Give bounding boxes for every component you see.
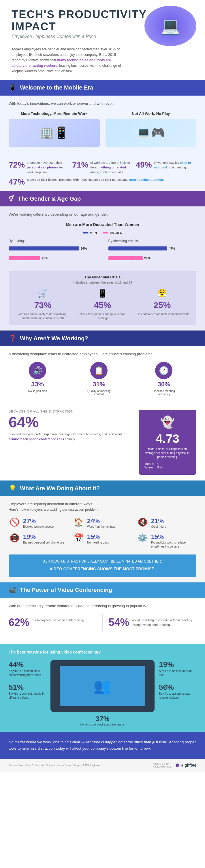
distraction-left: BECAUSE OF ALL THE DISTRACTION, 64% of o… [9,410,133,475]
created-by-label: CREATED BY [153,762,170,765]
reason-51-label: Say it's to connect people in different … [9,692,46,700]
noise-icon-wrap: 🔊 [29,362,46,379]
doing-27-percent: 27% [23,517,54,525]
circle-noise: 🔊 33% Noise pollution [28,362,47,396]
section-header-why: ❓ Why Aren't We Working? [0,331,205,346]
millennial-45-percent: 45% [94,300,111,310]
legend-women-dot [103,232,108,234]
meeting-freq-percent: 30% [157,381,170,388]
no-play-col: Not All Work, No Play 💻🎮 [105,112,197,150]
doing-15a-percent: 15% [87,533,109,541]
laptop-screen: 👥 [60,666,146,706]
noise-desc: Noise pollution [28,390,47,393]
millennial-title: The Millennial Crisis [15,275,190,279]
legend-women: WOMEN [103,231,122,235]
doing-banner: ALTHOUGH DISTRACTION LIKELY CAN'T BE ELI… [9,555,196,577]
millennial-73-desc: are as or more likely to do something un… [15,312,71,320]
texting-women-bar: 25% [9,255,97,261]
email-men-fill [108,246,168,250]
doing-banner-pre: ALTHOUGH DISTRACTION LIKELY CAN'T BE ELI… [43,559,162,563]
mobile-era-section: With today's innovations, we can work wh… [0,96,205,156]
doing-15b-details: 15% Productivity tools to reduce email/m… [151,533,196,549]
reason-44-percent: 44% [9,660,46,669]
snapchat-men: Men: 5.18 Women: 3.70 [145,462,190,469]
dots-divider: · · · · [9,400,196,407]
texting-women-value: 25% [42,256,48,260]
video-54-desc: would be willing to conduct a team meeti… [132,616,196,627]
home-work-icon: 🏠 [73,517,84,527]
lightbulb-icon: 💡 [9,485,17,492]
gender-intro: We're working differently depending on o… [9,212,196,217]
why-title: Why Aren't We Working? [20,335,88,342]
video-62-desc: of employees use video conferencing. [32,616,85,623]
doing-27-desc: Blocked website access [23,525,54,529]
video-stats-row: 62% of employees use video conferencing.… [9,614,196,631]
question-icon: ❓ [9,335,17,342]
millennial-25-percent: 25% [153,300,171,310]
reasons-left: 44% Say it's to accommodate those workin… [9,660,46,726]
doing-24-desc: Work-from-home days [87,525,116,529]
highfive-logo-dot [176,764,179,767]
meeting-content-icon: 📋 [94,366,104,375]
doing-27: 🚫 27% Blocked website access [9,517,68,529]
doing-15b-percent: 15% [151,533,196,541]
email-women-bar: 27% [108,255,197,261]
distraction-label: BECAUSE OF ALL THE DISTRACTION, [9,410,133,413]
gender-title: The Gender & Age Gap [18,195,81,202]
email-men-value: 47% [169,247,175,250]
mobile-era-title: Welcome to the Mobile Era [20,84,93,91]
website-block-icon: 🚫 [9,517,20,527]
doing-27-details: 27% Blocked website access [23,517,54,529]
reasons-center: 👥 37% Say it's to connect executive team… [50,660,155,726]
distraction-box: BECAUSE OF ALL THE DISTRACTION, 64% of o… [9,410,196,475]
credits-made-by: CREATED BY COLUMN FIVE [153,762,171,768]
doing-24-percent: 24% [87,517,116,525]
credits: Source: 'Workplace Culture and Communica… [0,759,205,772]
stat-71-desc: of workers are more likely to do somethi… [90,160,133,175]
doing-24: 🏠 24% Work-from-home days [73,517,132,529]
doing-subtitle: Here's how employers are tackling our di… [9,507,196,512]
stat-49-desc: of workers say it's okay to multitask in… [154,160,196,170]
reason-56-label: Say it's to accommodate remote workers. [159,692,196,700]
cart-icon: 🛒 [38,288,48,298]
snapchat-box: 👻 4.73 texts, emails, or Snapchats on av… [139,410,196,475]
distraction-64-percent: 64% [9,414,133,430]
video-stats-divider [102,614,103,631]
stat-72-desc: of people have used their personal cell … [27,160,69,175]
header: 💻 TECH'S PRODUCTIVITY IMPACT Employee Ha… [0,0,205,80]
meeting-freq-desc: Realistic meeting frequency [151,390,177,396]
video-stat-54: 54% would be willing to conduct a team m… [109,616,197,628]
circle-stats: 🔊 33% Noise pollution 📋 31% Quality of m… [9,362,196,396]
video-call-icon: 👥 [94,678,111,694]
noise-percent: 33% [31,381,44,388]
distraction-title: Men are More Distracted Than Women [9,222,196,227]
stat-47: 47% state that their biggest problems wi… [9,177,196,187]
reason-19-percent: 19% [159,660,196,669]
footer-text: No matter where we work, one thing's cle… [9,739,196,752]
millennial-stat-45: 📱 45% check their phones during in-perso… [74,288,131,320]
reason-37-percent: 37% [50,715,155,723]
millennial-73-percent: 73% [34,300,51,310]
doing-section: Employers are fighting distraction in di… [0,496,205,582]
mobile-era-intro: With today's innovations, we can work wh… [9,101,196,106]
meeting-freq-icon-wrap: 🕐 [155,362,173,379]
email-label: By checking emails: [108,239,197,243]
millennial-box: The Millennial Crisis individuals betwee… [9,271,196,325]
doing-21: 🔇 21% Quiet hours [137,517,196,529]
mobile-era-columns: More Technology, More Remote Work 🏢📱 Not… [9,112,196,150]
bar-charts: By texting: 56% 25% By checking emails: [9,239,196,265]
snapchat-icon: 👻 [145,415,190,429]
doing-15a: 📅 15% No-meeting days [73,533,132,549]
distraction-64-desc: of overall workers prefer in-person meet… [9,432,133,441]
reasons-layout: 44% Say it's to accommodate those workin… [9,660,196,726]
doing-24-details: 24% Work-from-home days [87,517,116,529]
doing-19-percent: 19% [23,533,64,541]
highfive-label: Highfive [180,763,196,768]
more-tech-col: More Technology, More Remote Work 🏢📱 [9,112,100,150]
noise-icon: 🔊 [32,366,43,375]
gender-icon: ⚥ [9,195,15,203]
millennial-25-desc: use conference rooms to vent about work [136,312,188,316]
doing-21-percent: 21% [151,517,166,525]
millennial-45-desc: check their phones during in-person meet… [74,312,131,320]
reason-37-label: Say it's to connect executive teams. [50,723,155,726]
